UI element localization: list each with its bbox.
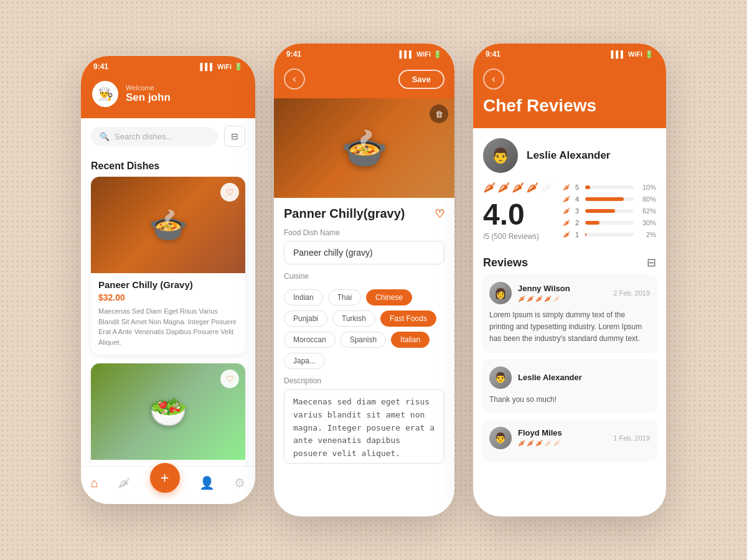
- status-time-3: 9:41: [486, 50, 500, 58]
- chili-3: 🌶: [512, 180, 524, 195]
- tag-thai[interactable]: Thai: [328, 289, 361, 306]
- nav-chili-icon[interactable]: 🌶: [118, 476, 130, 490]
- chef-avatar: 👨: [483, 138, 518, 173]
- avatar: 👨‍🍳: [92, 81, 118, 107]
- back-button[interactable]: ‹: [284, 68, 305, 90]
- battery-icon-2: 🔋: [433, 50, 442, 58]
- edit-favorite-icon[interactable]: ♡: [435, 207, 444, 221]
- bar-track-4: [585, 197, 634, 201]
- dish-price-1: $32.00: [98, 292, 238, 302]
- rating-row-4: 🌶 4 80%: [563, 195, 656, 203]
- tag-chinese[interactable]: Chinese: [366, 289, 412, 306]
- chili-1: 🌶: [483, 180, 496, 195]
- search-row: 🔍 Search dishes... ⊟: [81, 118, 255, 154]
- rating-bars: 🌶 5 10% 🌶 4 80%: [563, 180, 656, 242]
- cuisine-label: Cuisine: [284, 272, 444, 281]
- tag-indian[interactable]: Indian: [284, 289, 323, 306]
- reviewer-name-3: Floyd Miles: [518, 428, 607, 437]
- review-chili-1-4: 🌶: [544, 294, 552, 303]
- reviews-scroll[interactable]: 👨 Leslie Alexander 🌶 🌶 🌶 🌶 🌶 4.0 /5 (500…: [473, 128, 666, 516]
- reviewer-avatar-2: 👨: [489, 366, 512, 389]
- description-field: Description Maecenas sed diam eget risus…: [274, 369, 454, 478]
- reviews-filter-icon[interactable]: ⊟: [647, 256, 656, 269]
- dishes-scroll[interactable]: 🍲 ♡ Paneer Chilly (Gravy) $32.00 Maecena…: [81, 177, 255, 468]
- dish-card-2[interactable]: 🥗 ♡ Garden Salad $18.00: [91, 363, 245, 468]
- dish-name-input[interactable]: [284, 241, 444, 264]
- delete-image-button[interactable]: 🗑: [430, 105, 448, 123]
- tag-moroccan[interactable]: Moroccan: [284, 332, 336, 348]
- review-chili-3-1: 🌶: [518, 439, 525, 447]
- chili-icon-1: 🌶: [563, 230, 570, 239]
- phone-edit: 9:41 ▌▌▌ WiFi 🔋 ‹ Save 🍲 🗑 Panner Chilly…: [274, 44, 454, 516]
- chili-4: 🌶: [526, 180, 538, 195]
- review-card-3: 👨 Floyd Miles 🌶 🌶 🌶 🌶 🌶 1 Feb, 2019: [482, 419, 657, 462]
- review-chili-1-2: 🌶: [527, 294, 534, 303]
- bar-fill-1: [585, 233, 586, 236]
- edit-scroll[interactable]: Panner Chilly(gravy) ♡ Food Dish Name Cu…: [274, 198, 454, 516]
- reviewer-info-3: Floyd Miles 🌶 🌶 🌶 🌶 🌶: [518, 428, 607, 447]
- reviews-back-button[interactable]: ‹: [483, 68, 504, 90]
- bar-pct-3: 62%: [639, 207, 656, 215]
- rating-row-3: 🌶 3 62%: [563, 207, 656, 215]
- chili-icon-3: 🌶: [563, 207, 570, 215]
- edit-dish-image: 🍲 🗑: [274, 98, 454, 198]
- dish-info-1: Paneer Chilly (Gravy) $32.00 Maecenas Se…: [91, 273, 245, 355]
- review-chili-3-5: 🌶: [553, 439, 560, 447]
- home-header: 👨‍🍳 Welcome Sen john: [81, 75, 255, 118]
- filter-button[interactable]: ⊟: [224, 126, 245, 147]
- review-text-2: Thank you so much!: [489, 394, 650, 406]
- star-num-3: 3: [575, 207, 580, 215]
- description-input[interactable]: Maecenas sed diam eget risus varius blan…: [284, 389, 444, 464]
- reviewer-info-1: Jenny Wilson 🌶 🌶 🌶 🌶 🌶: [518, 284, 607, 303]
- status-icons-3: ▌▌▌ WiFi 🔋: [611, 50, 654, 58]
- signal-icon-2: ▌▌▌: [399, 50, 413, 58]
- review-chili-1-1: 🌶: [518, 294, 525, 303]
- save-button[interactable]: Save: [398, 70, 444, 89]
- chef-rating-value: 4.0: [483, 200, 553, 230]
- chili-5: 🌶: [540, 180, 553, 195]
- bar-track-1: [585, 233, 634, 236]
- bar-pct-1: 2%: [639, 231, 656, 238]
- dish-name-label: Food Dish Name: [284, 228, 444, 237]
- reviews-header-section: ‹ Chef Reviews: [473, 62, 666, 128]
- review-header-2: 👨 Leslie Alexander: [489, 366, 650, 389]
- bar-fill-2: [585, 221, 599, 225]
- tag-punjabi[interactable]: Punjabi: [284, 310, 327, 327]
- tag-fastfoods[interactable]: Fast Foods: [380, 310, 436, 327]
- header-text: Welcome Sen john: [126, 84, 171, 104]
- review-header-3: 👨 Floyd Miles 🌶 🌶 🌶 🌶 🌶 1 Feb, 2019: [489, 427, 650, 449]
- star-num-4: 4: [575, 195, 580, 203]
- signal-icon: ▌▌▌: [200, 63, 214, 70]
- tag-turkish[interactable]: Turkish: [332, 310, 375, 327]
- star-num-2: 2: [575, 219, 580, 226]
- status-time-2: 9:41: [286, 50, 301, 58]
- nav-settings-icon[interactable]: ⚙: [234, 475, 245, 490]
- edit-dish-title: Panner Chilly(gravy) ♡: [274, 198, 454, 221]
- nav-home-icon[interactable]: ⌂: [91, 476, 98, 490]
- dish-name-1: Paneer Chilly (Gravy): [98, 279, 238, 290]
- recent-dishes-title: Recent Dishes: [81, 154, 255, 177]
- status-bar-3: 9:41 ▌▌▌ WiFi 🔋: [473, 44, 666, 62]
- bar-pct-5: 10%: [639, 184, 656, 191]
- nav-profile-icon[interactable]: 👤: [199, 475, 215, 490]
- signal-icon-3: ▌▌▌: [611, 50, 625, 58]
- tag-italian[interactable]: Italian: [391, 332, 430, 348]
- reviewer-name-1: Jenny Wilson: [518, 284, 607, 293]
- tag-spanish[interactable]: Spanish: [341, 332, 386, 348]
- favorite-button-2[interactable]: ♡: [220, 370, 239, 388]
- dish-card-1[interactable]: 🍲 ♡ Paneer Chilly (Gravy) $32.00 Maecena…: [91, 177, 245, 355]
- reviews-section-title: Reviews: [483, 256, 528, 269]
- search-bar[interactable]: 🔍 Search dishes...: [91, 127, 218, 146]
- cuisine-field: Cuisine Indian Thai Chinese Punjabi Turk…: [274, 264, 454, 369]
- status-bar-1: 9:41 ▌▌▌ WiFi 🔋: [81, 56, 255, 75]
- battery-icon: 🔋: [234, 63, 243, 71]
- rating-row-5: 🌶 5 10%: [563, 183, 656, 192]
- favorite-button-1[interactable]: ♡: [220, 183, 239, 202]
- chili-icon-4: 🌶: [563, 195, 570, 203]
- status-bar-2: 9:41 ▌▌▌ WiFi 🔋: [274, 44, 454, 62]
- tag-japanese[interactable]: Japa...: [284, 353, 325, 369]
- bar-track-3: [585, 209, 634, 213]
- bar-fill-4: [585, 197, 624, 201]
- nav-add-button[interactable]: +: [150, 463, 180, 493]
- reviewer-info-2: Leslie Alexander: [518, 373, 650, 382]
